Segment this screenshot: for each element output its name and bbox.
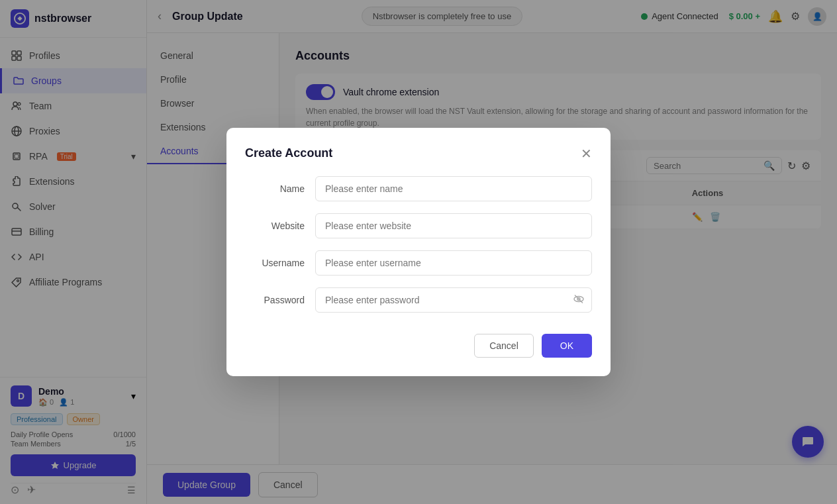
- password-input[interactable]: [315, 287, 592, 313]
- password-label: Password: [245, 295, 305, 305]
- modal-title: Create Account: [245, 146, 332, 160]
- modal-cancel-button[interactable]: Cancel: [474, 334, 534, 358]
- username-label: Username: [245, 258, 305, 268]
- modal-ok-button[interactable]: OK: [542, 334, 592, 358]
- website-input[interactable]: [315, 213, 592, 238]
- username-input[interactable]: [315, 250, 592, 276]
- modal-footer: Cancel OK: [245, 334, 592, 358]
- toggle-password-icon[interactable]: [573, 294, 584, 307]
- website-field-row: Website: [245, 213, 592, 238]
- password-field-wrap: [315, 287, 592, 313]
- modal-overlay: Create Account ✕ Name Website Username P…: [0, 0, 837, 504]
- modal-close-button[interactable]: ✕: [581, 147, 592, 160]
- name-field-row: Name: [245, 176, 592, 201]
- name-label: Name: [245, 183, 305, 194]
- modal-form: Name Website Username Password: [245, 176, 592, 313]
- password-field-row: Password: [245, 287, 592, 313]
- name-input[interactable]: [315, 176, 592, 201]
- website-label: Website: [245, 221, 305, 231]
- create-account-modal: Create Account ✕ Name Website Username P…: [226, 128, 611, 376]
- username-field-row: Username: [245, 250, 592, 276]
- modal-header: Create Account ✕: [245, 146, 592, 160]
